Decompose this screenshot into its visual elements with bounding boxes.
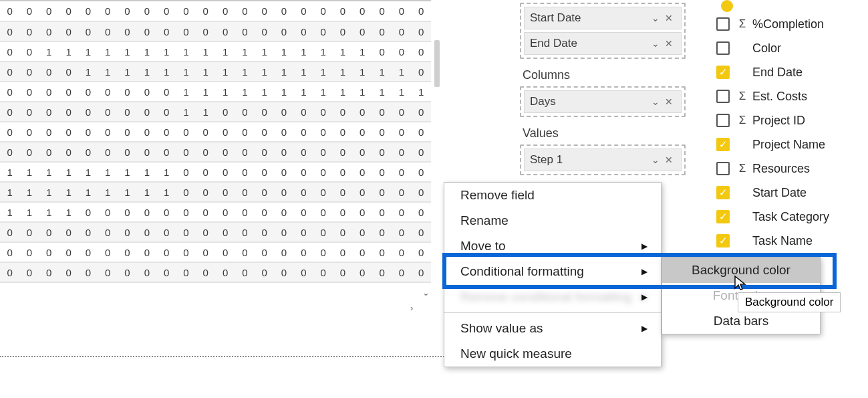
close-icon[interactable]: ✕ — [662, 13, 676, 23]
field-checkbox[interactable] — [716, 41, 730, 55]
matrix-cell: 0 — [196, 1, 215, 21]
matrix-cell: 0 — [215, 21, 235, 41]
matrix-cell: 0 — [215, 202, 235, 222]
field-indicator-icon — [721, 0, 733, 12]
context-menu[interactable]: Remove fieldRenameMove to▶Conditional fo… — [444, 182, 662, 367]
field-checkbox[interactable]: ✓ — [716, 234, 730, 247]
mini-scrollbar[interactable] — [434, 40, 440, 87]
matrix-cell: 0 — [157, 1, 176, 21]
chevron-down-icon[interactable]: ⌄ — [649, 155, 662, 165]
matrix-cell: 1 — [353, 62, 372, 82]
field-checkbox[interactable]: ✓ — [716, 138, 730, 151]
field-item[interactable]: Σ%Completion — [716, 12, 863, 36]
field-item[interactable]: ΣColor — [716, 36, 863, 60]
columns-pill[interactable]: Days⌄✕ — [524, 90, 682, 113]
matrix-cell: 0 — [392, 162, 411, 182]
context-menu-item[interactable]: Move to▶ — [444, 233, 661, 259]
matrix-cell: 0 — [255, 182, 274, 202]
field-checkbox[interactable]: ✓ — [716, 186, 730, 199]
matrix-cell: 0 — [39, 262, 59, 282]
matrix-cell: 1 — [157, 41, 176, 62]
matrix-visual[interactable]: 0000000000000000000000000000000000000000… — [0, 0, 431, 318]
matrix-cell: 1 — [78, 162, 98, 182]
field-item[interactable]: ✓ΣProject Name — [716, 132, 863, 157]
matrix-cell: 0 — [0, 1, 19, 21]
matrix-cell: 0 — [59, 21, 78, 41]
field-item[interactable]: ΣEst. Costs — [716, 84, 863, 108]
matrix-cell: 0 — [0, 41, 19, 62]
submenu-arrow-icon: ▶ — [641, 241, 647, 251]
rows-pill[interactable]: Start Date⌄✕ — [524, 7, 682, 29]
matrix-cell: 1 — [59, 202, 78, 222]
matrix-cell: 0 — [294, 182, 313, 202]
field-item[interactable]: ✓ΣEnd Date — [716, 60, 863, 84]
field-item[interactable]: ✓ΣTask Name — [716, 229, 863, 253]
scroll-right-icon[interactable]: › — [410, 303, 413, 313]
rows-bucket[interactable]: Start Date⌄✕End Date⌄✕ — [520, 3, 686, 59]
field-checkbox[interactable] — [716, 17, 730, 31]
matrix-cell: 1 — [215, 62, 235, 82]
matrix-cell: 0 — [412, 242, 431, 262]
rows-pill[interactable]: End Date⌄✕ — [524, 32, 682, 55]
field-checkbox[interactable]: ✓ — [716, 210, 730, 223]
matrix-cell: 0 — [137, 142, 156, 162]
close-icon[interactable]: ✕ — [662, 38, 676, 49]
matrix-cell: 0 — [0, 21, 19, 41]
matrix-cell: 0 — [333, 1, 352, 21]
matrix-cell: 0 — [157, 21, 176, 41]
field-checkbox[interactable]: ✓ — [716, 66, 730, 79]
columns-bucket[interactable]: Days⌄✕ — [520, 86, 686, 117]
matrix-cell: 1 — [333, 41, 352, 62]
chevron-down-icon[interactable]: ⌄ — [649, 13, 662, 23]
values-bucket[interactable]: Step 1⌄✕ — [520, 144, 686, 175]
field-item[interactable]: ΣResources — [716, 157, 863, 181]
matrix-cell: 0 — [333, 162, 352, 182]
matrix-cell: 0 — [39, 222, 59, 242]
field-checkbox[interactable] — [716, 90, 730, 103]
sigma-icon: Σ — [736, 162, 748, 175]
chevron-down-icon[interactable]: ⌄ — [649, 96, 662, 107]
matrix-cell: 0 — [98, 202, 118, 222]
close-icon[interactable]: ✕ — [662, 96, 676, 107]
scroll-down-icon[interactable]: ⌄ — [422, 288, 430, 298]
matrix-cell: 0 — [39, 102, 59, 122]
field-label: Resources — [752, 162, 810, 176]
sigma-icon: Σ — [736, 17, 748, 31]
context-menu-item[interactable]: Remove conditional formatting▶ — [444, 284, 661, 310]
field-label: Task Category — [752, 210, 829, 224]
matrix-cell: 0 — [412, 262, 431, 282]
matrix-cell: 0 — [137, 202, 156, 222]
matrix-cell: 0 — [0, 242, 19, 262]
matrix-cell: 0 — [176, 242, 196, 262]
matrix-cell: 0 — [412, 142, 431, 162]
matrix-cell: 0 — [118, 202, 137, 222]
matrix-cell: 0 — [333, 262, 352, 282]
matrix-cell: 0 — [19, 62, 39, 82]
matrix-cell: 0 — [137, 1, 156, 21]
matrix-cell: 0 — [215, 182, 235, 202]
matrix-cell: 0 — [353, 222, 372, 242]
context-menu-item[interactable]: Conditional formatting▶ — [444, 259, 661, 284]
matrix-cell: 0 — [274, 202, 293, 222]
context-menu-item[interactable]: Remove field — [444, 183, 661, 208]
field-item[interactable]: ΣProject ID — [716, 108, 863, 132]
context-menu-item[interactable]: New quick measure — [444, 341, 661, 367]
matrix-cell: 0 — [78, 202, 98, 222]
field-checkbox[interactable] — [716, 114, 730, 127]
field-item[interactable]: ✓ΣStart Date — [716, 181, 863, 205]
matrix-cell: 0 — [0, 222, 19, 242]
matrix-cell: 0 — [255, 102, 274, 122]
field-checkbox[interactable] — [716, 162, 730, 175]
values-pill[interactable]: Step 1⌄✕ — [524, 148, 682, 171]
matrix-cell: 1 — [59, 182, 78, 202]
submenu-item[interactable]: Background color — [662, 258, 820, 283]
close-icon[interactable]: ✕ — [662, 155, 676, 165]
matrix-cell: 0 — [78, 122, 98, 142]
context-menu-item[interactable]: Show value as▶ — [444, 316, 661, 341]
context-menu-item[interactable]: Rename — [444, 208, 661, 233]
field-item[interactable]: ✓ΣTask Category — [716, 205, 863, 229]
matrix-cell: 0 — [412, 182, 431, 202]
matrix-cell: 0 — [118, 122, 137, 142]
chevron-down-icon[interactable]: ⌄ — [649, 38, 662, 49]
matrix-cell: 0 — [98, 262, 118, 282]
